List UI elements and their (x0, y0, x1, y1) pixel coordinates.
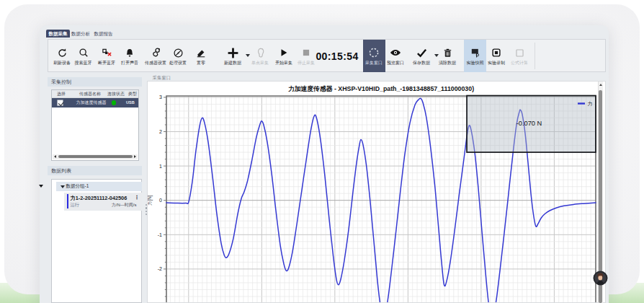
record-icon (491, 47, 501, 59)
toolbar-button-gauge[interactable]: 处理设置 (167, 40, 189, 71)
toolbar-button-sensor-settings[interactable]: 传感器设置 (143, 40, 168, 71)
toolbar-button-eye[interactable]: 预览窗口 (385, 40, 406, 71)
assistant-avatar-button[interactable] (593, 271, 608, 286)
sensor-type: USB (126, 98, 135, 107)
hscroll-left-arrow-icon[interactable] (54, 155, 56, 158)
toolbar-button-stop: 停止采集 (295, 40, 317, 71)
toolbar-button-eraser[interactable]: 置零 (194, 40, 207, 71)
sidebar-collapse-arrow-icon[interactable] (39, 185, 43, 188)
toolbar-button-dashed-circle[interactable]: 采集窗口 (363, 40, 385, 72)
toolbar-button-label: 处理设置 (169, 61, 187, 66)
toolbar-button-check[interactable]: 保存数据 (411, 40, 432, 71)
toolbar-button-label: 预览窗口 (387, 61, 404, 66)
data-item-accent-bar (67, 194, 68, 208)
toolbar-button-label: 实验快照 (467, 61, 484, 66)
data-run-item[interactable]: 力1-2-20251112-042506 ⋮ 运行 力/N—时间/s (64, 193, 142, 211)
vscroll-up-arrow-icon[interactable] (599, 84, 602, 86)
y-tick-label: -1 (158, 232, 162, 237)
gauge-icon (173, 47, 184, 59)
snapshot-icon (470, 47, 480, 59)
single-point-icon (255, 47, 266, 59)
dashed-circle-icon (368, 47, 380, 59)
sensor-table: 选择 传感器名称 连接状态 类型 力加速度传感器 USB (51, 89, 139, 161)
y-tick-label: 3 (159, 95, 162, 100)
sensor-settings-icon (150, 47, 161, 59)
app-window: 数据采集 数据分析 数据报告 刷新设备搜索蓝牙断开蓝牙打开声音传感器设置处理设置… (40, 25, 609, 303)
eye-icon (390, 47, 401, 59)
data-item-series: 力/N—时间/s (112, 202, 137, 208)
col-conn-status: 连接状态 (105, 90, 127, 98)
y-tick-label: 1 (159, 164, 162, 169)
y-axis-ticks: 3210-1-2 (158, 95, 166, 297)
toolbar-button-label: 刷新设备 (53, 61, 71, 66)
toolbar-button-formula: 公式计算 (509, 40, 530, 71)
sensor-name: 力加速度传感器 (71, 98, 111, 107)
toolbar-button-refresh[interactable]: 刷新设备 (51, 40, 73, 71)
tab-data-acquisition[interactable]: 数据采集 (46, 30, 70, 38)
group-expand-icon[interactable] (61, 185, 65, 188)
tab-data-report[interactable]: 数据报告 (92, 30, 115, 38)
data-item-status: 运行 (71, 202, 80, 208)
hscroll-right-arrow-icon[interactable] (134, 155, 136, 158)
toolbar-divider (535, 43, 535, 69)
waveform-chart[interactable]: 力加速度传感器 - XHSP-V10HID_path_-1981348857_1… (148, 82, 606, 302)
toolbar-button-label: 打开声音 (121, 61, 138, 66)
refresh-icon (57, 47, 68, 59)
toolbar-button-label: 断开蓝牙 (98, 61, 115, 66)
sensor-table-header: 选择 传感器名称 连接状态 类型 (52, 90, 138, 98)
toolbar-button-snapshot[interactable]: 实验快照 (464, 40, 486, 72)
legend-label: 力 (588, 101, 593, 106)
toolbar-button-label: 置零 (197, 61, 205, 66)
y-tick-label: 2 (159, 129, 162, 134)
toolbar-button-search[interactable]: 搜索蓝牙 (73, 40, 94, 71)
toolbar-button-bluetooth-disconnect[interactable]: 断开蓝牙 (96, 40, 117, 71)
data-list-panel-header: 数据列表 (48, 166, 142, 175)
y-axis-label: 力[N] (148, 195, 153, 206)
sensor-table-hscrollbar[interactable] (53, 154, 138, 159)
data-group-header[interactable]: 数据分组-1 (56, 182, 142, 191)
sensor-checkbox[interactable] (57, 100, 63, 106)
data-item-title: 力1-2-20251112-042506 (71, 195, 128, 202)
col-select: 选择 (53, 90, 69, 98)
chart-title: 力加速度传感器 - XHSP-V10HID_path_-1981348857_1… (287, 85, 474, 92)
y-tick-label: 0 (159, 198, 162, 203)
toolbar-button-label: 清除数据 (439, 61, 456, 66)
tab-data-analysis[interactable]: 数据分析 (70, 30, 91, 38)
y-tick-label: -2 (158, 266, 162, 271)
toolbar-button-label: 保存数据 (413, 61, 430, 66)
toolbar-button-label: 传感器设置 (145, 61, 166, 66)
acquisition-timer: 00:15:54 (318, 40, 356, 71)
hscroll-thumb[interactable] (58, 155, 133, 158)
data-list: 数据分组-1 力1-2-20251112-042506 ⋮ 运行 力/N—时间/… (51, 179, 142, 303)
sensor-row[interactable]: 力加速度传感器 USB (52, 98, 138, 107)
data-list-title: 数据列表 (51, 168, 71, 173)
toolbar-button-label: 采集窗口 (365, 61, 383, 66)
acq-control-title: 采集控制 (51, 79, 71, 84)
plus-icon (227, 47, 239, 59)
search-icon (79, 47, 89, 59)
stop-icon (302, 47, 310, 59)
toolbar-button-label: 公式计算 (511, 61, 528, 66)
data-group-label: 数据分组-1 (66, 182, 89, 191)
bell-icon (125, 47, 135, 59)
toolbar-button-label: 停止采集 (298, 61, 315, 66)
connection-status-dot (112, 100, 117, 105)
measurement-value: -0.070 N (516, 120, 542, 127)
toolbar-button-label: 开始采集 (275, 61, 292, 66)
play-icon (279, 47, 289, 59)
toolbar-button-label: 新建数据 (224, 61, 241, 66)
data-item-menu-icon[interactable]: ⋮ (135, 195, 140, 201)
check-icon (416, 47, 428, 59)
col-type: 类型 (127, 90, 138, 98)
toolbar-button-record[interactable]: 实验录制 (486, 40, 507, 71)
formula-icon (515, 47, 524, 59)
toolbar: 刷新设备搜索蓝牙断开蓝牙打开声音传感器设置处理设置置零新建数据单点采集开始采集停… (48, 39, 606, 72)
toolbar-button-bell[interactable]: 打开声音 (119, 40, 140, 71)
toolbar-button-label: 实验录制 (488, 61, 505, 66)
toolbar-button-play[interactable]: 开始采集 (273, 40, 295, 71)
eraser-icon (196, 47, 206, 59)
toolbar-button-label: 搜索蓝牙 (75, 61, 92, 66)
toolbar-button-trash[interactable]: 清除数据 (437, 40, 458, 71)
toolbar-button-single-point: 单点采集 (249, 40, 271, 71)
toolbar-button-plus[interactable]: 新建数据 (222, 40, 243, 71)
